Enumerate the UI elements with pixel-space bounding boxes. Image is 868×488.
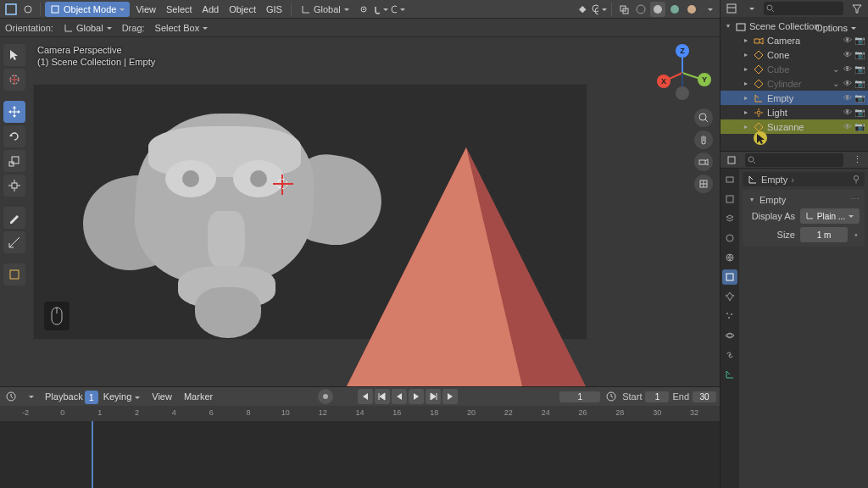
size-anim-dot[interactable]: • [853, 230, 860, 240]
panel-header[interactable]: ▾ Empty ⋯ [743, 192, 865, 207]
tool-transform[interactable] [3, 175, 25, 197]
options-dropdown[interactable]: Options [810, 20, 861, 36]
timeline-mode[interactable] [22, 389, 37, 404]
panel-menu-icon[interactable]: ⋯ [850, 194, 860, 205]
keyframe-prev[interactable] [375, 389, 390, 404]
outliner-item-empty[interactable]: ▸Empty👁📷 [721, 91, 868, 105]
outliner-item-cylinder[interactable]: ▸Cylinder⌄👁📷 [721, 76, 868, 91]
tab-constraints[interactable] [722, 347, 737, 363]
jump-start[interactable] [358, 389, 373, 404]
timeline-editor-icon[interactable] [3, 389, 19, 404]
tool-rotate[interactable] [3, 125, 25, 147]
tab-output[interactable] [722, 191, 737, 207]
nav-persp[interactable] [694, 175, 713, 193]
tl-keying[interactable]: Keying [99, 391, 145, 402]
tool-move[interactable] [3, 101, 25, 123]
tool-measure[interactable] [3, 231, 25, 253]
3d-viewport[interactable]: Camera Perspective (1) Scene Collection … [0, 37, 720, 386]
outliner-item-cube[interactable]: ▸Cube⌄👁📷 [721, 62, 868, 76]
render-icon[interactable]: 📷 [854, 36, 865, 45]
proportional-edit[interactable] [390, 2, 405, 17]
play-fwd[interactable] [409, 389, 424, 404]
menu-add[interactable]: Add [198, 4, 224, 14]
eye-icon[interactable]: 👁 [843, 108, 853, 117]
snap-toggle[interactable] [373, 2, 388, 17]
outliner-editor-icon[interactable] [724, 1, 739, 16]
menu-view[interactable]: View [131, 4, 160, 14]
shading-wire[interactable] [633, 2, 648, 17]
keyframe-next[interactable] [426, 389, 441, 404]
outliner-filter-icon[interactable] [849, 1, 865, 16]
restrict-icon[interactable]: ⌄ [831, 79, 841, 88]
current-frame-field[interactable]: 1 [559, 391, 600, 402]
nav-pan[interactable] [694, 130, 713, 149]
pivot-icon[interactable] [356, 2, 371, 17]
restrict-icon[interactable]: ⌄ [831, 64, 841, 74]
tab-object[interactable] [722, 269, 737, 285]
eye-icon[interactable]: 👁 [843, 93, 853, 103]
tab-modifiers[interactable] [722, 289, 737, 304]
tl-view[interactable]: View [147, 391, 176, 402]
nav-camera[interactable] [694, 152, 713, 171]
overlay-toggle[interactable] [592, 2, 607, 17]
shading-matprev[interactable] [667, 2, 682, 17]
start-frame[interactable]: 1 [645, 391, 669, 402]
outliner-item-cone[interactable]: ▸Cone👁📷 [721, 47, 868, 62]
tab-world[interactable] [722, 250, 737, 265]
preview-range-icon[interactable] [604, 389, 619, 404]
tab-data[interactable] [722, 367, 737, 382]
tab-scene[interactable] [722, 230, 737, 246]
axis-neg[interactable] [676, 86, 689, 100]
eye-icon[interactable]: 👁 [843, 64, 853, 74]
menu-gis[interactable]: GIS [262, 4, 287, 14]
render-icon[interactable]: 📷 [854, 64, 865, 74]
suzanne-object[interactable] [68, 97, 373, 342]
pin-icon[interactable]: ⚲ [853, 174, 860, 185]
tab-viewlayer[interactable] [722, 211, 737, 226]
properties-breadcrumb[interactable]: Empty › ⚲ [743, 172, 865, 186]
tool-cursor[interactable] [3, 69, 25, 91]
shading-solid[interactable] [650, 2, 665, 17]
gizmo-visibility[interactable]: ◆ [575, 2, 590, 17]
xray-toggle[interactable] [616, 2, 632, 17]
properties-search[interactable] [745, 153, 843, 167]
tl-marker[interactable]: Marker [180, 391, 217, 402]
orientation-dropdown[interactable]: Global [58, 20, 117, 36]
axis-y[interactable]: Y [698, 73, 711, 86]
tool-select[interactable] [3, 44, 25, 66]
eye-icon[interactable]: 👁 [843, 122, 853, 131]
render-icon[interactable]: 📷 [854, 108, 865, 117]
shading-options[interactable] [701, 2, 716, 17]
outliner-display-mode[interactable] [743, 1, 758, 16]
props-editor-icon[interactable] [724, 152, 739, 168]
render-icon[interactable]: 📷 [854, 50, 865, 59]
outliner-item-suzanne[interactable]: ▸Suzanne👁📷 [721, 119, 868, 134]
cursor-tool-icon[interactable] [20, 2, 36, 17]
size-field[interactable]: 1 m [800, 227, 848, 242]
playhead[interactable] [92, 421, 93, 488]
outliner-item-light[interactable]: ▸Light👁📷 [721, 105, 868, 119]
nav-zoom[interactable] [694, 108, 713, 127]
nav-gizmo[interactable]: Z Y X [655, 46, 709, 100]
jump-end[interactable] [442, 389, 458, 404]
drag-dropdown[interactable]: Select Box [150, 20, 214, 36]
render-icon[interactable]: 📷 [854, 93, 865, 103]
menu-select[interactable]: Select [162, 4, 197, 14]
autokey-toggle[interactable] [318, 389, 333, 404]
eye-icon[interactable]: 👁 [843, 36, 853, 45]
menu-object[interactable]: Object [225, 4, 260, 14]
mode-dropdown[interactable]: Object Mode [45, 2, 130, 17]
displayas-field[interactable]: Plain ... [800, 208, 860, 224]
end-frame[interactable]: 30 [693, 391, 716, 402]
tool-addcube[interactable] [3, 263, 25, 286]
axis-z[interactable]: Z [676, 44, 689, 58]
render-icon[interactable]: 📷 [854, 79, 865, 88]
tab-physics[interactable] [722, 328, 737, 343]
play-rev[interactable] [392, 389, 407, 404]
axis-x[interactable]: X [657, 75, 670, 88]
editor-type-icon[interactable] [3, 2, 19, 17]
shading-rendered[interactable] [684, 2, 699, 17]
eye-icon[interactable]: 👁 [843, 79, 853, 88]
render-icon[interactable]: 📷 [854, 122, 865, 131]
tab-render[interactable] [722, 172, 737, 187]
